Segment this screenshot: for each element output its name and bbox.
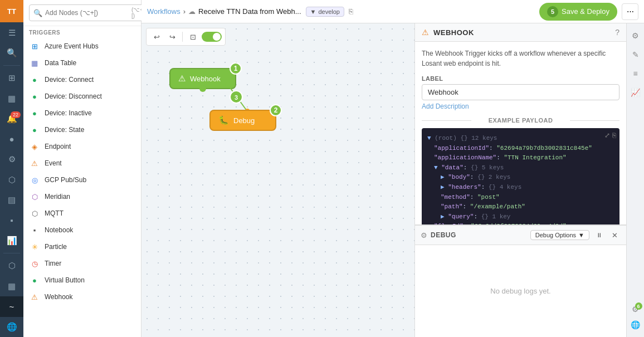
branch-badge[interactable]: ▼ develop: [306, 7, 344, 17]
nav-flows[interactable]: ●: [0, 129, 23, 149]
breadcrumb-sep: ›: [183, 7, 186, 16]
event-icon: ⚠: [29, 158, 40, 169]
user-avatar[interactable]: TT: [0, 0, 23, 22]
webhook-help-btn[interactable]: ?: [615, 28, 619, 37]
trigger-item-timer[interactable]: ◷ Timer: [23, 255, 141, 272]
trigger-name: Event: [45, 159, 62, 167]
nav-settings[interactable]: ⚙: [0, 149, 23, 169]
trigger-item-notebook[interactable]: ▪ Notebook: [23, 222, 141, 238]
debug-options-button[interactable]: Debug Options ▼: [530, 230, 589, 240]
right-strip-globe[interactable]: 🌐: [628, 317, 643, 333]
right-strip-layers[interactable]: ≡: [628, 66, 643, 81]
payload-content: ▼ (root) {} 12 keys "applicationId": "62…: [427, 134, 614, 226]
device-connect-icon: ●: [29, 74, 40, 85]
trigger-item-device-disconnect[interactable]: ● Device: Disconnect: [23, 88, 141, 105]
datatable-icon: ▦: [29, 57, 40, 69]
debug-node-label: Debug: [233, 116, 255, 125]
debug-pause-button[interactable]: ⏸: [593, 229, 605, 241]
nav-separator-2: [3, 253, 20, 253]
debug-header: ⚙ DEBUG Debug Options ▼ ⏸ ✕: [415, 226, 626, 245]
trigger-name: Meridian: [45, 193, 70, 201]
trigger-name: MQTT: [45, 209, 64, 217]
webhook-panel-content: The Webhook Trigger kicks off a workflow…: [415, 42, 626, 226]
debug-options-label: Debug Options: [535, 232, 576, 238]
debug-node[interactable]: 🐛 Debug 2: [209, 110, 276, 131]
toolbar-redo[interactable]: ↪: [165, 30, 179, 43]
right-strip-bottom: ⚙ 6 🌐: [628, 301, 643, 333]
trigger-name: Device: Inactive: [45, 109, 92, 117]
trigger-item-endpoint[interactable]: ◈ Endpoint: [23, 138, 141, 155]
more-button[interactable]: ⋯: [622, 3, 638, 20]
endpoint-icon: ◈: [29, 141, 40, 152]
search-icon: 🔍: [33, 9, 42, 17]
trigger-item-mqtt[interactable]: ⬡ MQTT: [23, 205, 141, 222]
right-strip-gear-badge[interactable]: ⚙ 6: [628, 301, 643, 317]
toolbar-undo[interactable]: ↩: [150, 30, 163, 43]
triggers-label: TRIGGERS: [23, 26, 141, 38]
webhook-description: The Webhook Trigger kicks off a workflow…: [422, 48, 619, 69]
trigger-item-virtual-button[interactable]: ● Virtual Button: [23, 272, 141, 289]
example-payload-title: EXAMPLE PAYLOAD: [422, 117, 619, 124]
nav-workflows-active[interactable]: ~: [0, 296, 23, 316]
trigger-name: GCP Pub/Sub: [45, 176, 86, 184]
toolbar-screenshot[interactable]: ⊡: [186, 30, 199, 43]
nav-data[interactable]: ▤: [0, 190, 23, 210]
nav-apps[interactable]: ⬡: [0, 256, 23, 276]
label-field-label: Label: [422, 75, 619, 82]
right-strip-settings[interactable]: ⚙: [628, 28, 643, 43]
trigger-name: Particle: [45, 243, 67, 251]
webhook-panel-icon: ⚠: [422, 28, 429, 37]
payload-box: ⤢ ⎘ ▼ (root) {} 12 keys "applicationId":…: [422, 128, 619, 226]
save-deploy-button[interactable]: 5 Save & Deploy: [539, 3, 617, 21]
nav-notebooks[interactable]: ▪: [0, 210, 23, 230]
webhook-node-icon: ⚠: [178, 74, 186, 84]
trigger-name: Virtual Button: [45, 276, 85, 284]
nav-dashboard[interactable]: ⊞: [0, 68, 23, 88]
payload-copy-btn[interactable]: ⎘: [612, 131, 616, 139]
trigger-item-event[interactable]: ⚠ Event: [23, 155, 141, 172]
trigger-item-datatable[interactable]: ▦ Data Table: [23, 55, 141, 71]
trigger-item-gcp[interactable]: ◎ GCP Pub/Sub: [23, 172, 141, 188]
nav-integrations[interactable]: ⬡: [0, 169, 23, 189]
right-strip-chart[interactable]: 📈: [628, 85, 643, 100]
debug-close-button[interactable]: ✕: [608, 229, 621, 241]
breadcrumb-base[interactable]: Workflows: [147, 7, 180, 16]
device-inactive-icon: ●: [29, 108, 40, 119]
nav-devices[interactable]: ▦: [0, 89, 23, 109]
trigger-item-device-state[interactable]: ● Device: State: [23, 121, 141, 138]
trigger-item-particle[interactable]: ✳ Particle: [23, 238, 141, 255]
trigger-item-azure[interactable]: ⊞ Azure Event Hubs: [23, 38, 141, 55]
search-input[interactable]: [45, 9, 129, 17]
trigger-item-device-connect[interactable]: ● Device: Connect: [23, 71, 141, 88]
nav-registry[interactable]: ▦: [0, 276, 23, 296]
device-disconnect-icon: ●: [29, 91, 40, 102]
add-description-link[interactable]: Add Description: [422, 102, 469, 110]
gcp-icon: ◎: [29, 174, 40, 185]
svg-text:3: 3: [235, 94, 238, 101]
right-panels: ⚠ WEBHOOK ? The Webhook Trigger kicks of…: [414, 23, 626, 337]
label-input[interactable]: [422, 84, 619, 100]
nav-alerts[interactable]: 🔔 22: [0, 109, 23, 129]
left-navigation: TT ☰ 🔍 ⊞ ▦ 🔔 22 ● ⚙ ⬡ ▤ ▪ 📊 ⬡ ▦ ~ 🌐: [0, 0, 23, 337]
canvas-toggle[interactable]: [202, 32, 222, 42]
top-bar: Workflows › ☁ Receive TTN Data from Webh…: [142, 0, 644, 23]
trigger-item-webhook[interactable]: ⚠ Webhook: [23, 289, 141, 305]
svg-point-1: [225, 82, 231, 87]
payload-expand-btn[interactable]: ⤢: [604, 131, 610, 139]
webhook-node-label: Webhook: [190, 75, 221, 83]
breadcrumb-current: Receive TTN Data from Webh...: [198, 7, 301, 16]
trigger-item-meridian[interactable]: ⬡ Meridian: [23, 188, 141, 205]
nav-reports[interactable]: 📊: [0, 231, 23, 251]
nav-search[interactable]: 🔍: [0, 43, 23, 63]
nav-globe[interactable]: 🌐: [0, 317, 23, 337]
debug-title: DEBUG: [431, 231, 527, 239]
sidebar: 🔍 (⌥+[) ◁ ▷ ⊕ TRIGGERS ⊞ Azure Event Hub…: [23, 0, 142, 337]
webhook-panel: ⚠ WEBHOOK ? The Webhook Trigger kicks of…: [415, 23, 626, 226]
trigger-item-device-inactive[interactable]: ● Device: Inactive: [23, 105, 141, 121]
canvas: ↩ ↪ ⊡ ⚠ Webhook 1 3: [142, 23, 414, 337]
right-strip-edit[interactable]: ✎: [628, 47, 643, 62]
search-box[interactable]: 🔍 (⌥+[): [29, 4, 148, 21]
copy-icon[interactable]: ⎘: [349, 7, 353, 16]
debug-badge: 2: [270, 104, 282, 116]
nav-hamburger[interactable]: ☰: [0, 22, 23, 42]
